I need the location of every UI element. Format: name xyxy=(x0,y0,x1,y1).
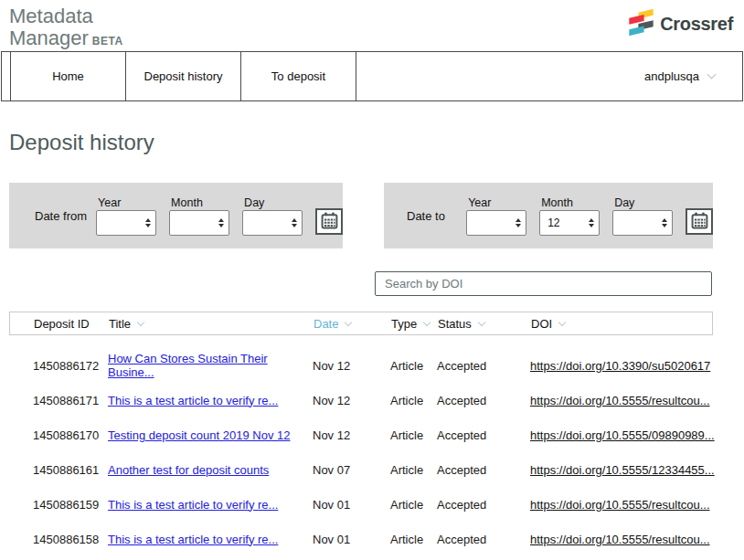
app-title-line2: ManagerBETA xyxy=(9,27,123,49)
date-from-label: Date from xyxy=(35,209,96,223)
date-from-month-group: Month xyxy=(169,196,229,236)
date-from-day-group: Day xyxy=(242,196,303,236)
column-label: Date xyxy=(314,317,338,331)
doi-link[interactable]: https://doi.org/10.3390/su5020617 xyxy=(530,359,713,373)
type-cell: Article xyxy=(390,428,437,442)
type-cell: Article xyxy=(390,498,437,512)
doi-link[interactable]: https://doi.org/10.5555/resultcou... xyxy=(530,533,713,546)
spinner-arrows-icon xyxy=(662,218,667,227)
sort-chevron-icon xyxy=(558,318,566,325)
date-to-day-select[interactable] xyxy=(612,210,673,236)
search-container xyxy=(375,271,712,296)
deposit-id-cell: 1450886172 xyxy=(33,359,108,373)
title-link[interactable]: This is a test article to verify re... xyxy=(108,498,313,512)
spinner-arrows-icon xyxy=(515,218,521,227)
sort-chevron-icon xyxy=(423,318,430,325)
table-row: 1450886158This is a test article to veri… xyxy=(9,522,713,556)
nav-tab-home[interactable]: Home xyxy=(11,52,126,100)
calendar-icon xyxy=(321,212,338,232)
user-menu[interactable]: andplusqa xyxy=(644,52,742,100)
title-link[interactable]: Testing deposit count 2019 Nov 12 xyxy=(108,428,313,442)
date-to-panel: Date to Year Month 12 Day xyxy=(384,183,713,248)
nav-left-spacer xyxy=(2,52,11,100)
date-from-day-select[interactable] xyxy=(242,210,303,236)
type-cell: Article xyxy=(390,463,437,477)
month-label: Month xyxy=(541,196,600,209)
calendar-icon xyxy=(691,212,708,232)
table-row: 1450886161Another test for deposit count… xyxy=(9,452,713,487)
title-link[interactable]: This is a test article to verify re... xyxy=(108,394,313,407)
table-row: 1450886170Testing deposit count 2019 Nov… xyxy=(9,417,713,452)
date-cell: Nov 01 xyxy=(313,498,390,512)
column-header-type[interactable]: Type xyxy=(391,317,438,331)
date-to-calendar-button[interactable] xyxy=(686,208,713,235)
date-from-year-group: Year xyxy=(96,196,156,236)
date-to-month-group: Month 12 xyxy=(539,196,600,236)
date-cell: Nov 12 xyxy=(313,394,390,407)
app-title-line1: Metadata xyxy=(9,5,123,27)
column-label: Type xyxy=(391,317,417,331)
column-header-date[interactable]: Date xyxy=(314,317,391,331)
year-label: Year xyxy=(468,196,526,209)
page: Metadata ManagerBETA Crossref Home Depos… xyxy=(0,0,744,560)
column-label: DOI xyxy=(531,317,552,331)
date-from-calendar-button[interactable] xyxy=(315,208,343,235)
column-label: Deposit ID xyxy=(34,317,90,331)
doi-link[interactable]: https://doi.org/10.5555/09890989... xyxy=(530,428,715,442)
date-from-year-select[interactable] xyxy=(96,210,156,236)
column-header-deposit-id: Deposit ID xyxy=(34,317,109,331)
main-nav: Home Deposit history To deposit andplusq… xyxy=(1,51,743,101)
table-body: 1450886172How Can Stores Sustain Their B… xyxy=(9,348,713,556)
date-from-panel: Date from Year Month Day xyxy=(9,183,343,248)
table-header-row: Deposit IDTitleDateTypeStatusDOI xyxy=(9,312,713,335)
title-link[interactable]: This is a test article to verify re... xyxy=(108,533,313,546)
date-cell: Nov 01 xyxy=(313,533,390,546)
deposit-id-cell: 1450886159 xyxy=(33,498,108,512)
nav-tab-deposit-history[interactable]: Deposit history xyxy=(126,52,241,100)
doi-link[interactable]: https://doi.org/10.5555/resultcou... xyxy=(530,394,713,407)
table-row: 1450886171This is a test article to veri… xyxy=(9,383,713,417)
date-to-day-group: Day xyxy=(612,196,673,236)
date-to-year-select[interactable] xyxy=(466,210,526,236)
crossref-logo: Crossref xyxy=(629,8,733,40)
title-link[interactable]: How Can Stores Sustain Their Busine... xyxy=(108,352,313,379)
table-row: 1450886172How Can Stores Sustain Their B… xyxy=(9,348,713,383)
app-logo: Metadata ManagerBETA xyxy=(9,5,123,49)
sort-chevron-icon xyxy=(345,318,352,325)
sort-chevron-icon xyxy=(478,318,485,325)
crossref-wordmark: Crossref xyxy=(660,14,733,35)
date-cell: Nov 12 xyxy=(313,428,390,442)
status-cell: Accepted xyxy=(437,463,530,477)
date-to-year-group: Year xyxy=(466,196,526,236)
spinner-arrows-icon xyxy=(145,218,151,227)
deposit-id-cell: 1450886171 xyxy=(33,394,108,407)
nav-tab-to-deposit[interactable]: To deposit xyxy=(241,52,356,100)
deposit-id-cell: 1450886161 xyxy=(33,463,108,477)
column-header-status[interactable]: Status xyxy=(438,317,531,331)
search-doi-input[interactable] xyxy=(375,271,712,296)
title-link[interactable]: Another test for deposit counts xyxy=(108,463,313,477)
type-cell: Article xyxy=(390,533,437,546)
page-title: Deposit history xyxy=(9,130,154,155)
status-cell: Accepted xyxy=(437,428,530,442)
date-cell: Nov 12 xyxy=(313,359,390,373)
status-cell: Accepted xyxy=(437,533,530,546)
table-row: 1450886159This is a test article to veri… xyxy=(9,487,713,522)
status-cell: Accepted xyxy=(437,498,530,512)
column-header-doi[interactable]: DOI xyxy=(531,317,712,331)
doi-link[interactable]: https://doi.org/10.5555/12334455... xyxy=(530,463,715,477)
sort-chevron-icon xyxy=(137,318,144,325)
date-to-month-select[interactable]: 12 xyxy=(539,210,600,236)
spinner-arrows-icon xyxy=(292,218,297,227)
column-header-title[interactable]: Title xyxy=(109,317,314,331)
type-cell: Article xyxy=(390,359,437,373)
deposit-table: Deposit IDTitleDateTypeStatusDOI 1450886… xyxy=(9,312,713,556)
month-label: Month xyxy=(171,196,229,209)
date-from-month-select[interactable] xyxy=(169,210,229,236)
year-label: Year xyxy=(98,196,156,209)
doi-link[interactable]: https://doi.org/10.5555/resultcou... xyxy=(530,498,713,512)
beta-badge: BETA xyxy=(92,35,123,48)
status-cell: Accepted xyxy=(437,359,530,373)
nav-spacer xyxy=(356,52,644,100)
date-to-label: Date to xyxy=(407,209,466,223)
